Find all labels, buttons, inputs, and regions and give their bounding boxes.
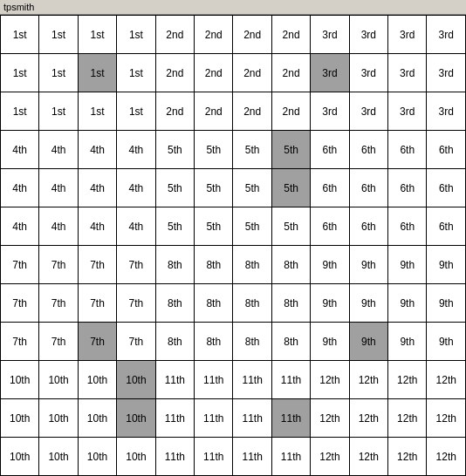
table-cell: 5th [195,131,233,169]
table-cell: 10th [39,399,78,438]
table-cell: 5th [233,207,271,246]
table-cell: 4th [117,169,155,207]
table-cell: 12th [311,361,349,399]
table-cell: 3rd [349,92,387,131]
table-cell: 11th [155,361,194,399]
table-cell: 12th [388,438,427,476]
table-cell: 4th [1,169,39,207]
table-cell: 8th [155,284,194,323]
table-cell: 11th [233,361,271,399]
table-cell: 5th [195,207,233,246]
table-cell: 4th [78,207,116,246]
table-cell: 10th [39,361,78,399]
table-cell: 3rd [388,16,427,54]
table-cell: 1st [117,92,155,131]
table-cell: 2nd [155,92,194,131]
table-cell: 8th [195,246,233,284]
table-cell: 6th [388,131,427,169]
table-cell: 5th [271,169,310,207]
table-cell: 12th [349,361,387,399]
table-cell: 8th [155,323,194,361]
table-cell: 2nd [271,92,310,131]
table-cell: 12th [349,438,387,476]
table-cell: 1st [117,16,155,54]
table-cell: 11th [271,438,310,476]
table-cell: 2nd [271,16,310,54]
table-row: 1st1st1st1st2nd2nd2nd2nd3rd3rd3rd3rd [1,54,466,92]
table-cell: 5th [155,207,194,246]
table-cell: 4th [39,131,78,169]
title-bar: tpsmith [0,0,466,15]
table-cell: 5th [195,169,233,207]
table-cell: 6th [427,131,466,169]
table-cell: 9th [427,246,466,284]
table-cell: 8th [195,323,233,361]
table-cell: 5th [155,169,194,207]
table-cell: 7th [1,323,39,361]
table-row: 7th7th7th7th8th8th8th8th9th9th9th9th [1,323,466,361]
table-row: 4th4th4th4th5th5th5th5th6th6th6th6th [1,169,466,207]
table-cell: 1st [78,92,116,131]
table-cell: 1st [39,16,78,54]
table-cell: 6th [349,131,387,169]
table-cell: 7th [1,246,39,284]
table-cell: 2nd [233,16,271,54]
table-cell: 1st [1,16,39,54]
grid-container: 1st1st1st1st2nd2nd2nd2nd3rd3rd3rd3rd1st1… [0,15,466,476]
table-cell: 12th [311,438,349,476]
table-cell: 7th [117,323,155,361]
table-cell: 11th [271,361,310,399]
table-row: 4th4th4th4th5th5th5th5th6th6th6th6th [1,207,466,246]
table-cell: 8th [271,284,310,323]
grid-table: 1st1st1st1st2nd2nd2nd2nd3rd3rd3rd3rd1st1… [0,15,466,476]
table-row: 7th7th7th7th8th8th8th8th9th9th9th9th [1,246,466,284]
table-cell: 7th [117,284,155,323]
table-row: 10th10th10th10th11th11th11th11th12th12th… [1,438,466,476]
table-cell: 6th [427,207,466,246]
table-cell: 10th [117,399,155,438]
table-cell: 9th [349,246,387,284]
table-cell: 7th [39,284,78,323]
table-cell: 7th [78,284,116,323]
table-cell: 3rd [388,92,427,131]
table-cell: 10th [1,438,39,476]
table-cell: 3rd [427,92,466,131]
table-cell: 10th [78,438,116,476]
table-cell: 2nd [155,54,194,92]
table-cell: 3rd [349,54,387,92]
table-cell: 8th [155,246,194,284]
table-cell: 1st [1,92,39,131]
table-cell: 7th [78,323,116,361]
table-cell: 3rd [311,16,349,54]
table-cell: 6th [388,169,427,207]
table-cell: 3rd [388,54,427,92]
table-cell: 10th [117,361,155,399]
table-cell: 9th [427,323,466,361]
table-row: 1st1st1st1st2nd2nd2nd2nd3rd3rd3rd3rd [1,16,466,54]
table-cell: 3rd [349,16,387,54]
table-cell: 10th [39,438,78,476]
table-cell: 4th [117,207,155,246]
table-cell: 1st [1,54,39,92]
table-cell: 6th [311,131,349,169]
table-cell: 4th [78,169,116,207]
table-cell: 11th [195,438,233,476]
table-cell: 4th [39,207,78,246]
table-cell: 11th [155,399,194,438]
table-cell: 11th [155,438,194,476]
table-cell: 6th [349,207,387,246]
table-cell: 3rd [427,16,466,54]
table-cell: 12th [388,399,427,438]
table-cell: 7th [1,284,39,323]
table-cell: 12th [349,399,387,438]
table-cell: 9th [388,323,427,361]
table-cell: 9th [388,284,427,323]
title-text: tpsmith [3,2,34,12]
table-cell: 1st [39,92,78,131]
table-cell: 4th [39,169,78,207]
table-cell: 12th [427,438,466,476]
table-cell: 2nd [271,54,310,92]
table-cell: 2nd [195,92,233,131]
table-cell: 5th [271,207,310,246]
table-cell: 5th [155,131,194,169]
